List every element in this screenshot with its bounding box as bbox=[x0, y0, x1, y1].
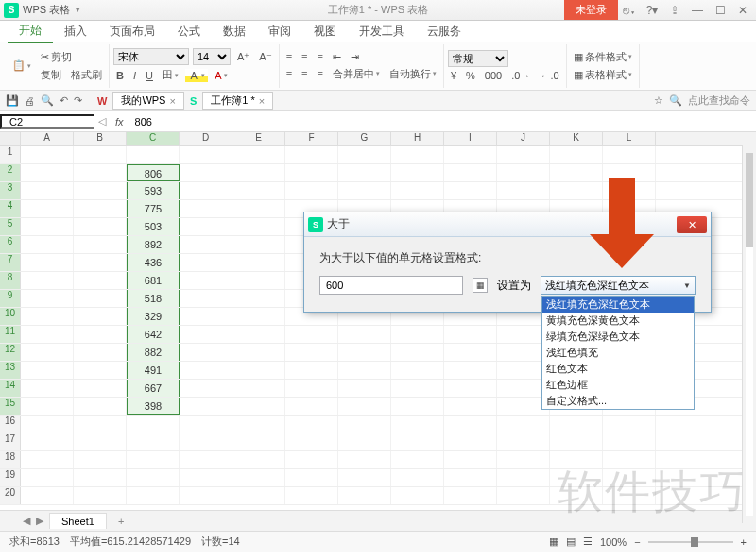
zoom-slider[interactable] bbox=[648, 541, 733, 543]
cell[interactable] bbox=[603, 182, 656, 199]
row-header[interactable]: 2 bbox=[0, 164, 21, 181]
cell[interactable] bbox=[391, 380, 444, 397]
cell[interactable] bbox=[74, 398, 127, 415]
cell[interactable] bbox=[497, 416, 550, 433]
name-box[interactable] bbox=[0, 114, 94, 129]
cell[interactable] bbox=[127, 469, 180, 486]
cell[interactable] bbox=[21, 469, 74, 486]
maximize-button[interactable]: ☐ bbox=[709, 4, 731, 17]
cell[interactable] bbox=[338, 469, 391, 486]
wrap-button[interactable]: 自动换行▾ bbox=[387, 66, 439, 82]
cell[interactable] bbox=[74, 200, 127, 217]
command-search[interactable]: 点此查找命令 bbox=[688, 93, 750, 108]
sheet-tab[interactable]: Sheet1 bbox=[49, 513, 107, 529]
cell[interactable] bbox=[74, 236, 127, 253]
cell[interactable]: 503 bbox=[127, 218, 180, 235]
col-header[interactable]: D bbox=[180, 132, 232, 145]
cell[interactable] bbox=[338, 380, 391, 397]
cell[interactable]: 775 bbox=[127, 200, 180, 217]
cell[interactable]: 398 bbox=[127, 398, 180, 415]
cell[interactable] bbox=[285, 487, 338, 504]
search-icon[interactable]: 🔍 bbox=[669, 94, 682, 107]
indent-dec-icon[interactable]: ⇤ bbox=[330, 50, 344, 64]
threshold-input[interactable] bbox=[319, 276, 463, 295]
row-header[interactable]: 15 bbox=[0, 398, 21, 415]
currency-icon[interactable]: ¥ bbox=[448, 69, 459, 82]
share-icon[interactable]: ⇪ bbox=[663, 4, 686, 17]
cell[interactable] bbox=[74, 182, 127, 199]
row-header[interactable]: 1 bbox=[0, 146, 21, 163]
dec-decimal-icon[interactable]: ←.0 bbox=[537, 69, 561, 82]
cell[interactable] bbox=[550, 469, 603, 486]
cell[interactable] bbox=[180, 290, 232, 307]
preview-icon[interactable]: 🔍 bbox=[41, 94, 54, 107]
cell[interactable] bbox=[127, 416, 180, 433]
cell[interactable] bbox=[180, 433, 232, 450]
cell[interactable] bbox=[603, 433, 656, 450]
cell[interactable] bbox=[285, 326, 338, 343]
cell[interactable] bbox=[180, 254, 232, 271]
cell[interactable] bbox=[391, 398, 444, 415]
cell[interactable] bbox=[444, 380, 497, 397]
paste-button[interactable]: 📋▾ bbox=[9, 59, 34, 73]
cell[interactable] bbox=[603, 416, 656, 433]
cell[interactable] bbox=[444, 182, 497, 199]
border-button[interactable]: 田▾ bbox=[160, 67, 181, 83]
merge-button[interactable]: 合并居中▾ bbox=[330, 66, 383, 82]
cell[interactable] bbox=[497, 451, 550, 468]
cell[interactable] bbox=[444, 469, 497, 486]
col-header[interactable]: E bbox=[232, 132, 285, 145]
cell[interactable] bbox=[180, 380, 232, 397]
cell[interactable] bbox=[232, 272, 285, 289]
cell[interactable] bbox=[285, 362, 338, 379]
cell-style-button[interactable]: ▦ 表格样式▾ bbox=[571, 67, 635, 83]
cell[interactable] bbox=[338, 451, 391, 468]
cell[interactable] bbox=[21, 272, 74, 289]
cell[interactable] bbox=[391, 487, 444, 504]
row-header[interactable]: 6 bbox=[0, 236, 21, 253]
cell[interactable] bbox=[21, 254, 74, 271]
col-header[interactable]: I bbox=[444, 132, 497, 145]
cell[interactable] bbox=[550, 416, 603, 433]
cell[interactable] bbox=[444, 451, 497, 468]
row-header[interactable]: 10 bbox=[0, 308, 21, 325]
cell[interactable] bbox=[391, 182, 444, 199]
tab-insert[interactable]: 插入 bbox=[53, 21, 98, 42]
cell[interactable] bbox=[338, 398, 391, 415]
cell[interactable] bbox=[232, 236, 285, 253]
row-header[interactable]: 11 bbox=[0, 326, 21, 343]
cell[interactable] bbox=[180, 344, 232, 361]
cell[interactable] bbox=[285, 469, 338, 486]
login-button[interactable]: 未登录 bbox=[564, 0, 618, 20]
cell[interactable] bbox=[391, 344, 444, 361]
cell[interactable] bbox=[232, 290, 285, 307]
align-center-icon[interactable]: ≡ bbox=[299, 67, 310, 80]
cell[interactable] bbox=[74, 487, 127, 504]
cell[interactable] bbox=[391, 326, 444, 343]
cell[interactable]: 882 bbox=[127, 344, 180, 361]
cell[interactable] bbox=[180, 164, 232, 181]
cell[interactable] bbox=[232, 254, 285, 271]
cell[interactable] bbox=[180, 146, 232, 163]
cell[interactable] bbox=[497, 469, 550, 486]
cell[interactable]: 667 bbox=[127, 380, 180, 397]
cell[interactable] bbox=[497, 164, 550, 181]
cell[interactable] bbox=[285, 416, 338, 433]
cell[interactable] bbox=[21, 182, 74, 199]
row-header[interactable]: 12 bbox=[0, 344, 21, 361]
dialog-titlebar[interactable]: S 大于 ✕ bbox=[304, 212, 711, 237]
cell[interactable] bbox=[497, 182, 550, 199]
cell[interactable] bbox=[232, 182, 285, 199]
view-page-icon[interactable]: ▤ bbox=[566, 535, 576, 548]
tab-review[interactable]: 审阅 bbox=[257, 21, 302, 42]
inc-decimal-icon[interactable]: .0→ bbox=[508, 69, 533, 82]
cell[interactable] bbox=[603, 164, 656, 181]
cell[interactable] bbox=[21, 433, 74, 450]
fx-cancel-icon[interactable]: ◁ bbox=[94, 115, 110, 127]
cell[interactable] bbox=[127, 146, 180, 163]
format-painter-button[interactable]: 格式刷 bbox=[68, 67, 105, 83]
cell[interactable] bbox=[21, 380, 74, 397]
cell[interactable]: 593 bbox=[127, 182, 180, 199]
col-header[interactable]: A bbox=[21, 132, 74, 145]
fill-color-button[interactable]: A ▾ bbox=[185, 69, 208, 82]
